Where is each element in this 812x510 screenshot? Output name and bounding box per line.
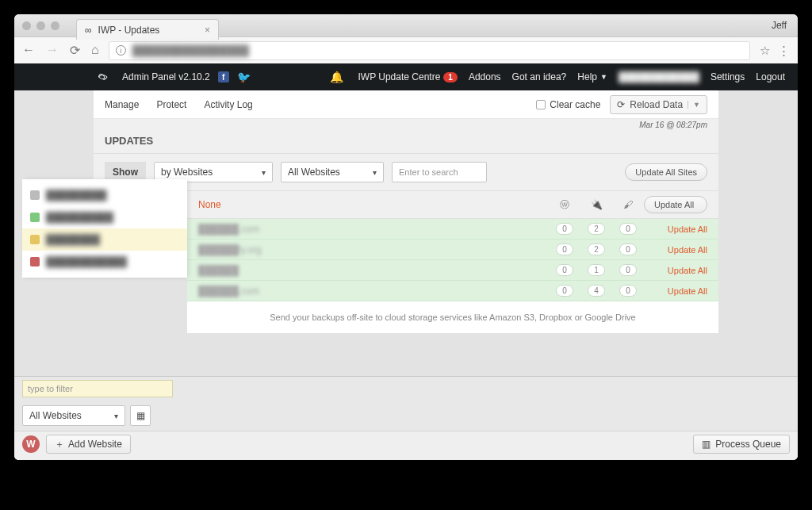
update-all-row-link[interactable]: Update All: [668, 266, 707, 275]
nav-idea[interactable]: Got an idea?: [512, 71, 567, 82]
sidebar-item-label: ████████: [46, 234, 100, 245]
wordpress-icon: ⓦ: [549, 198, 580, 212]
update-all-row-link[interactable]: Update All: [668, 224, 707, 234]
brand-label: Admin Panel v2.10.2: [122, 71, 210, 82]
mac-titlebar: ∞ IWP - Updates × Jeff: [14, 14, 798, 36]
promo-text: Send your backups off-site to cloud stor…: [187, 301, 718, 333]
tab-activity-log[interactable]: Activity Log: [204, 99, 252, 110]
facebook-icon[interactable]: f: [218, 71, 229, 82]
table-row[interactable]: ██████.com 0 4 0 Update All: [187, 281, 718, 301]
last-reload-timestamp: Mar 16 @ 08:27pm: [639, 121, 707, 129]
plugin-icon: 🔌: [580, 199, 612, 210]
checkbox-icon[interactable]: [536, 100, 546, 109]
clear-cache-toggle[interactable]: Clear cache: [536, 99, 600, 110]
browser-window: ∞ IWP - Updates × Jeff ← → ⟳ ⌂ i ███████…: [14, 14, 798, 460]
close-icon[interactable]: ×: [205, 25, 210, 36]
reload-label: Reload Data: [630, 99, 683, 110]
browser-tab[interactable]: ∞ IWP - Updates ×: [76, 19, 219, 40]
update-all-sites-button[interactable]: Update All Sites: [625, 163, 707, 181]
update-all-row-link[interactable]: Update All: [668, 286, 707, 296]
infinity-logo-icon: [94, 72, 114, 82]
tab-infinity-icon: ∞: [85, 25, 92, 36]
theme-count: 0: [619, 285, 637, 297]
browser-toolbar: ← → ⟳ ⌂ i ████████████████ ☆ ⋮: [14, 36, 798, 63]
filter-input[interactable]: type to filter: [22, 380, 173, 397]
theme-icon: 🖌: [612, 199, 644, 210]
reload-icon[interactable]: ⟳: [70, 43, 80, 58]
wp-count: 0: [556, 285, 573, 297]
color-swatch-icon: [30, 190, 40, 200]
url-text: ████████████████: [132, 44, 249, 56]
nav-logout[interactable]: Logout: [756, 71, 785, 82]
sidebar-item[interactable]: ████████████: [22, 251, 187, 273]
page: Admin Panel v2.10.2 f 🐦 🔔 IWP Update Cen…: [14, 63, 798, 460]
table-row[interactable]: ██████ly.org 0 2 0 Update All: [187, 240, 718, 260]
filter-scope-dropdown[interactable]: All Websites: [281, 162, 384, 182]
update-centre-label: IWP Update Centre: [358, 71, 440, 82]
site-name: ██████.com: [198, 286, 549, 297]
grid-view-button[interactable]: ▦: [130, 405, 151, 426]
site-info-icon[interactable]: i: [116, 45, 126, 56]
theme-count: 0: [619, 223, 637, 235]
search-input[interactable]: Enter to search: [392, 162, 487, 182]
sidebar-item[interactable]: ████████: [22, 228, 187, 251]
nav-account[interactable]: ████████████: [619, 71, 699, 82]
site-name: ██████ly.org: [198, 244, 549, 255]
window-close[interactable]: [22, 21, 31, 30]
chevron-down-icon: ▼: [600, 73, 607, 81]
bell-icon[interactable]: 🔔: [330, 71, 343, 83]
nav-addons[interactable]: Addons: [469, 71, 501, 82]
address-bar[interactable]: i ████████████████: [109, 41, 750, 60]
select-none-link[interactable]: None: [198, 199, 549, 210]
nav-settings[interactable]: Settings: [710, 71, 745, 82]
site-name: ██████: [198, 265, 549, 276]
table-row[interactable]: ██████.com 0 2 0 Update All: [187, 219, 718, 240]
nav-update-centre[interactable]: IWP Update Centre 1: [358, 71, 457, 82]
bookmark-star-icon[interactable]: ☆: [760, 44, 770, 58]
window-maximize[interactable]: [51, 21, 59, 30]
back-icon[interactable]: ←: [22, 43, 35, 58]
nav-help[interactable]: Help▼: [577, 71, 607, 82]
queue-icon: ▥: [702, 439, 710, 450]
add-website-button[interactable]: ＋ Add Website: [46, 435, 131, 454]
wp-count: 0: [556, 264, 573, 276]
sidebar-item[interactable]: █████████: [22, 184, 187, 206]
sub-toolbar: Manage Protect Activity Log Clear cache …: [94, 90, 718, 119]
plus-icon: ＋: [55, 438, 64, 451]
site-name: ██████.com: [198, 224, 549, 235]
wordpress-badge-icon[interactable]: W: [22, 435, 40, 453]
process-queue-button[interactable]: ▥ Process Queue: [693, 435, 790, 454]
filter-bar: Show by Websites All Websites Enter to s…: [94, 154, 718, 191]
chevron-down-icon[interactable]: ▼: [688, 101, 700, 109]
update-all-header-button[interactable]: Update All: [644, 196, 707, 213]
clear-cache-label: Clear cache: [550, 99, 600, 110]
update-all-row-link[interactable]: Update All: [668, 245, 707, 255]
bottom-dock: type to filter All Websites ▦ W ＋ Add We…: [14, 376, 798, 460]
window-minimize[interactable]: [36, 21, 45, 30]
plugin-count: 4: [588, 285, 605, 297]
wp-count: 0: [556, 243, 573, 255]
top-nav: Admin Panel v2.10.2 f 🐦 🔔 IWP Update Cen…: [14, 63, 798, 90]
sidebar-item-label: █████████: [46, 190, 107, 201]
color-swatch-icon: [30, 213, 40, 222]
table-row[interactable]: ██████ 0 1 0 Update All: [187, 260, 718, 281]
color-swatch-icon: [30, 235, 40, 244]
refresh-icon: ⟳: [617, 99, 625, 110]
browser-menu-icon[interactable]: ⋮: [778, 44, 790, 58]
table-header: None ⓦ 🔌 🖌 Update All: [187, 191, 718, 219]
tab-protect[interactable]: Protect: [156, 99, 186, 110]
theme-count: 0: [619, 264, 637, 276]
dock-scope-dropdown[interactable]: All Websites: [22, 405, 125, 426]
profile-name[interactable]: Jeff: [772, 20, 787, 31]
color-swatch-icon: [30, 257, 40, 267]
plugin-count: 2: [588, 243, 605, 255]
section-title: UPDATES: [94, 119, 718, 154]
tab-title: IWP - Updates: [98, 25, 198, 36]
tab-manage[interactable]: Manage: [105, 99, 139, 110]
plugin-count: 1: [588, 264, 605, 276]
sidebar-item[interactable]: ██████████: [22, 206, 187, 228]
table-body: ██████.com 0 2 0 Update All██████ly.org …: [187, 219, 718, 301]
reload-data-button[interactable]: ⟳ Reload Data ▼: [610, 95, 707, 114]
home-icon[interactable]: ⌂: [91, 43, 99, 58]
twitter-icon[interactable]: 🐦: [237, 71, 251, 83]
